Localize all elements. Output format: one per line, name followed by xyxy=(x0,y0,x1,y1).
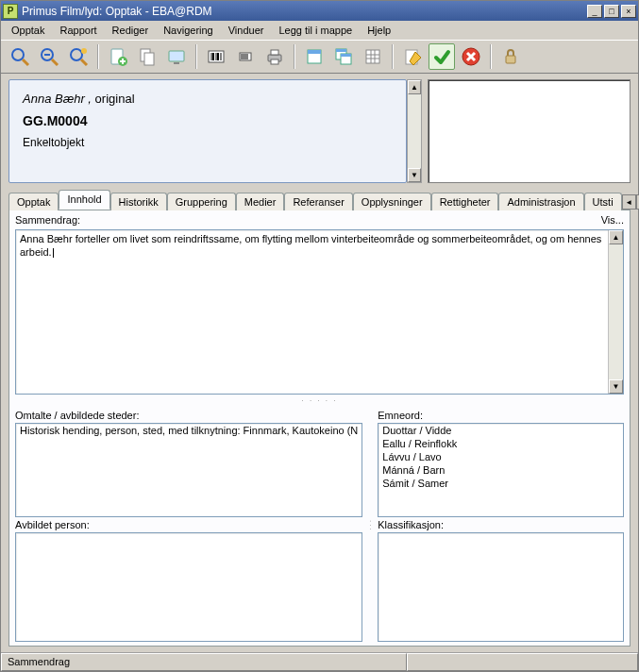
lock-icon[interactable] xyxy=(497,43,524,70)
tab-medier[interactable]: Medier xyxy=(236,193,285,210)
splitter-v[interactable]: ··· xyxy=(368,410,372,642)
search-minus-icon[interactable] xyxy=(36,43,62,70)
toolbar-separator xyxy=(392,44,394,69)
steder-item[interactable]: Historisk hending, person, sted, med til… xyxy=(16,424,362,437)
svg-point-7 xyxy=(81,48,87,54)
object-name-primary: Anna Bæhr , xyxy=(23,92,92,106)
emneord-item[interactable]: Duottar / Vidde xyxy=(378,424,623,437)
tab-scroll: ◄ ► xyxy=(622,194,639,210)
summary-scrollbar[interactable]: ▲ ▼ xyxy=(608,230,623,394)
screen-icon[interactable] xyxy=(163,43,190,70)
object-name: Anna Bæhr , original xyxy=(23,92,393,106)
menu-leggtil[interactable]: Legg til i mappe xyxy=(272,23,359,38)
info-scrollbar[interactable]: ▲ ▼ xyxy=(407,79,422,183)
statusbar: Sammendrag xyxy=(1,652,638,671)
object-id: GG.M0004 xyxy=(23,113,393,128)
object-type: Enkeltobjekt xyxy=(23,136,393,149)
svg-rect-45 xyxy=(506,56,515,63)
emneord-label: Emneord: xyxy=(378,410,624,421)
svg-point-5 xyxy=(71,49,82,60)
emneord-list[interactable]: Duottar / Vidde Eallu / Reinflokk Lávvu … xyxy=(378,423,624,517)
scroll-up-icon[interactable]: ▲ xyxy=(408,80,421,94)
menu-navigering[interactable]: Navigering xyxy=(157,23,220,38)
tab-area: Opptak Innhold Historikk Gruppering Medi… xyxy=(8,189,631,647)
windows-stack-icon[interactable] xyxy=(330,43,357,70)
tab-gruppering[interactable]: Gruppering xyxy=(167,193,236,210)
barcode-icon[interactable] xyxy=(203,43,229,70)
summary-vis-link[interactable]: Vis... xyxy=(601,214,624,226)
menu-hjelp[interactable]: Hjelp xyxy=(361,23,397,38)
splitter-h[interactable]: · · · · · xyxy=(15,398,624,406)
scroll-down-icon[interactable]: ▼ xyxy=(609,379,623,394)
scroll-track[interactable] xyxy=(609,244,623,379)
tab-opplysninger[interactable]: Opplysninger xyxy=(353,193,431,210)
menu-rediger[interactable]: Rediger xyxy=(106,23,156,38)
grid-icon[interactable] xyxy=(360,43,386,70)
toolbar-separator xyxy=(97,44,99,69)
steder-list[interactable]: Historisk hending, person, sted, med til… xyxy=(15,423,362,517)
emneord-item[interactable]: Mánná / Barn xyxy=(378,463,623,477)
toolbar-separator xyxy=(294,44,295,69)
titlebar-text: Primus Film/lyd: Opptak - EBA@RDM xyxy=(22,5,587,18)
tab-scroll-right-icon[interactable]: ► xyxy=(636,194,639,210)
tab-opptak[interactable]: Opptak xyxy=(8,193,59,210)
menubar: Opptak Rapport Rediger Navigering Vindue… xyxy=(1,21,638,40)
tab-referanser[interactable]: Referanser xyxy=(284,193,352,210)
emneord-item[interactable]: Lávvu / Lavo xyxy=(378,450,623,463)
summary-field[interactable]: Anna Bæhr forteller om livet som reindri… xyxy=(15,229,624,395)
close-button[interactable]: × xyxy=(621,5,636,18)
toolbar-separator xyxy=(195,44,197,69)
tab-historikk[interactable]: Historikk xyxy=(110,193,167,210)
emneord-item[interactable]: Eallu / Reinflokk xyxy=(378,437,623,450)
tab-scroll-left-icon[interactable]: ◄ xyxy=(622,194,636,210)
tab-rettigheter[interactable]: Rettigheter xyxy=(431,193,499,210)
menu-rapport[interactable]: Rapport xyxy=(53,23,103,38)
emneord-header: Emneord: xyxy=(378,410,624,421)
menu-opptak[interactable]: Opptak xyxy=(5,23,51,38)
svg-point-0 xyxy=(12,49,24,60)
window-buttons: _ □ × xyxy=(587,5,636,18)
menu-vinduer[interactable]: Vinduer xyxy=(222,23,271,38)
svg-rect-31 xyxy=(308,50,321,54)
avbildet-label: Avbildet person: xyxy=(15,519,362,530)
search-icon[interactable] xyxy=(7,43,33,70)
maximize-button[interactable]: □ xyxy=(604,5,619,18)
left-column: Omtalte / avbildede steder: Historisk he… xyxy=(15,410,362,642)
header-panels: Anna Bæhr , original GG.M0004 Enkeltobje… xyxy=(1,74,638,187)
tab-row: Opptak Innhold Historikk Gruppering Medi… xyxy=(8,189,631,210)
klass-header: Klassifikasjon: xyxy=(378,519,624,530)
steder-header: Omtalte / avbildede steder: xyxy=(15,410,362,421)
svg-rect-36 xyxy=(366,50,379,63)
app-window: P Primus Film/lyd: Opptak - EBA@RDM _ □ … xyxy=(0,0,639,672)
summary-text[interactable]: Anna Bæhr forteller om livet som reindri… xyxy=(16,230,608,394)
avbildet-list[interactable] xyxy=(15,532,362,642)
emneord-item[interactable]: Sámit / Samer xyxy=(378,477,623,490)
minimize-button[interactable]: _ xyxy=(587,5,602,18)
toolbar-separator xyxy=(490,44,492,69)
tab-utsti[interactable]: Utsti xyxy=(584,193,622,210)
tab-administrasjon[interactable]: Administrasjon xyxy=(498,193,583,210)
scroll-track[interactable] xyxy=(408,94,421,168)
search-star-icon[interactable] xyxy=(65,43,92,70)
copy-icon[interactable] xyxy=(134,43,160,70)
scroll-down-icon[interactable]: ▼ xyxy=(408,168,421,182)
scroll-up-icon[interactable]: ▲ xyxy=(609,230,623,244)
barcode-small-icon[interactable] xyxy=(232,43,259,70)
klass-list[interactable] xyxy=(378,532,624,642)
svg-line-1 xyxy=(23,59,28,65)
window-icon[interactable] xyxy=(301,43,328,70)
media-preview-panel xyxy=(428,79,631,183)
edit-icon[interactable] xyxy=(399,43,426,70)
steder-label: Omtalte / avbildede steder: xyxy=(15,410,362,421)
tab-innhold[interactable]: Innhold xyxy=(59,190,109,210)
cancel-icon[interactable] xyxy=(458,43,484,70)
svg-rect-13 xyxy=(144,53,154,65)
info-panel: Anna Bæhr , original GG.M0004 Enkeltobje… xyxy=(8,79,407,183)
new-doc-icon[interactable] xyxy=(105,43,131,70)
klass-label: Klassifikasjon: xyxy=(378,519,624,530)
print-icon[interactable] xyxy=(261,43,288,70)
accept-icon[interactable] xyxy=(429,43,455,70)
svg-rect-29 xyxy=(271,59,278,64)
summary-header: Sammendrag: Vis... xyxy=(15,214,624,226)
svg-rect-33 xyxy=(336,49,346,52)
